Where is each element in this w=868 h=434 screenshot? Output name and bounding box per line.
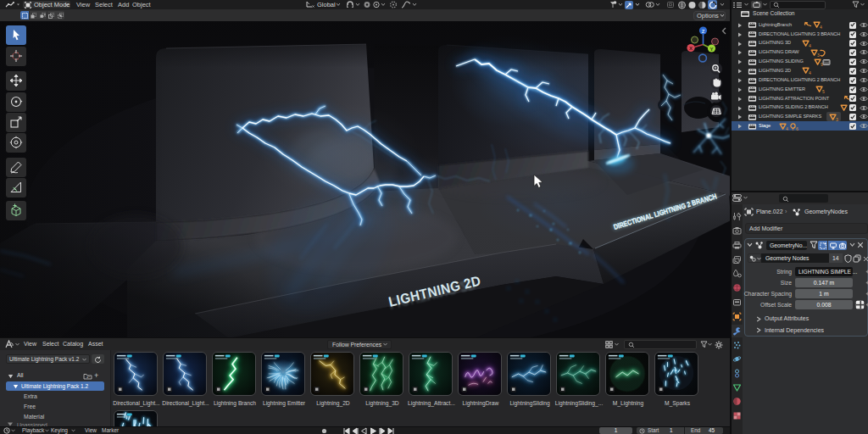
svg-text:X: X <box>689 46 693 51</box>
svg-text:↶: ↶ <box>86 375 90 380</box>
svg-text:Z: Z <box>702 29 705 34</box>
svg-text:Y: Y <box>709 47 713 52</box>
